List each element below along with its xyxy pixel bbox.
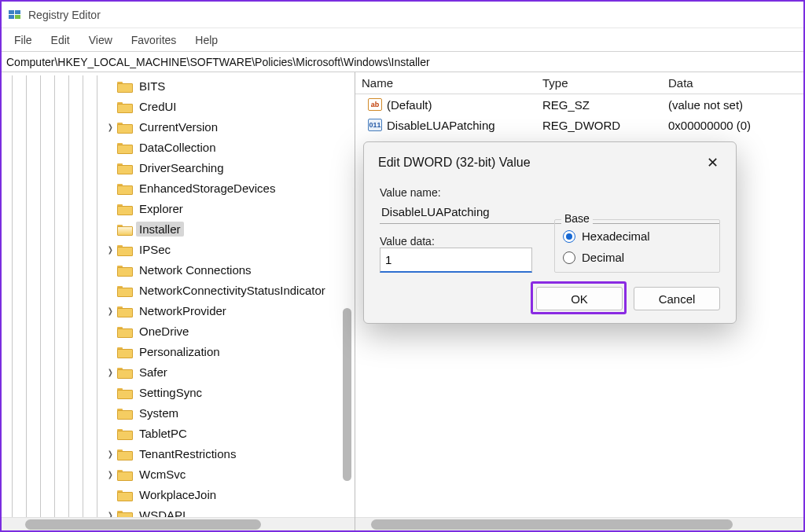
tree-node-credui[interactable]: CredUI (2, 96, 355, 116)
tree-node-tenantrestrictions[interactable]: ❯TenantRestrictions (2, 443, 355, 464)
expander-icon (105, 202, 116, 215)
expander-icon[interactable]: ❯ (105, 468, 116, 480)
tree-node-wsdapi[interactable]: ❯WSDAPI (2, 504, 355, 517)
tree-node-label: TabletPC (136, 426, 190, 441)
tree-node-system[interactable]: System (2, 402, 355, 423)
tree-vertical-scrollbar[interactable] (343, 308, 351, 481)
tree-node-enhancedstoragedevices[interactable]: EnhancedStorageDevices (2, 178, 355, 198)
tree-node-label: Personalization (136, 344, 223, 359)
expander-icon[interactable]: ❯ (105, 304, 116, 317)
expander-icon (105, 284, 116, 296)
app-icon (8, 8, 22, 22)
folder-icon (117, 182, 131, 193)
tree-node-personalization[interactable]: Personalization (2, 341, 355, 361)
tree-node-label: IPSec (136, 242, 174, 257)
string-value-icon: ab (368, 98, 382, 111)
folder-icon (117, 387, 131, 398)
tree-node-workplacejoin[interactable]: WorkplaceJoin (2, 484, 355, 504)
folder-icon (117, 366, 131, 377)
value-row[interactable]: 011DisableLUAPatchingREG_DWORD0x00000000… (355, 115, 803, 135)
expander-icon[interactable]: ❯ (105, 365, 116, 378)
value-name: DisableLUAPatching (387, 119, 495, 132)
expander-icon[interactable]: ❯ (105, 447, 116, 460)
tree-node-networkconnectivitystatusindicator[interactable]: NetworkConnectivityStatusIndicator (2, 280, 355, 300)
tree-horizontal-scrollbar[interactable] (2, 517, 355, 530)
col-data[interactable]: Data (662, 73, 803, 93)
tree-node-bits[interactable]: BITS (2, 75, 355, 96)
tree-node-onedrive[interactable]: OneDrive (2, 321, 355, 341)
tree-node-label: TenantRestrictions (136, 446, 239, 461)
folder-icon (117, 305, 131, 316)
registry-tree[interactable]: BITSCredUI❯CurrentVersionDataCollectionD… (2, 75, 355, 517)
tree-node-label: WcmSvc (136, 467, 189, 482)
radio-hex-indicator (563, 230, 575, 243)
tree-node-safer[interactable]: ❯Safer (2, 361, 355, 382)
expander-icon (105, 345, 116, 358)
address-bar[interactable]: Computer\HKEY_LOCAL_MACHINE\SOFTWARE\Pol… (2, 52, 803, 72)
tree-node-network-connections[interactable]: Network Connections (2, 259, 355, 280)
menu-file[interactable]: File (5, 31, 42, 50)
expander-icon[interactable]: ❯ (105, 120, 116, 133)
value-name-label: Value name: (380, 186, 720, 199)
tree-node-currentversion[interactable]: ❯CurrentVersion (2, 116, 355, 137)
expander-icon (105, 141, 116, 153)
ok-button[interactable]: OK (536, 287, 623, 310)
dword-value-icon: 011 (368, 119, 382, 131)
folder-icon (117, 427, 131, 438)
tree-node-driversearching[interactable]: DriverSearching (2, 157, 355, 178)
tree-node-label: DataCollection (136, 140, 219, 155)
expander-icon (105, 182, 116, 194)
tree-node-settingsync[interactable]: SettingSync (2, 382, 355, 402)
tree-node-networkprovider[interactable]: ❯NetworkProvider (2, 300, 355, 321)
expander-icon (105, 427, 116, 439)
folder-icon (117, 244, 131, 255)
cancel-button[interactable]: Cancel (634, 287, 720, 310)
tree-node-installer[interactable]: Installer (2, 218, 355, 239)
col-type[interactable]: Type (536, 73, 662, 93)
tree-node-datacollection[interactable]: DataCollection (2, 137, 355, 157)
menu-view[interactable]: View (79, 31, 122, 50)
folder-icon (117, 141, 131, 152)
dialog-close-button[interactable]: ✕ (700, 152, 725, 174)
svg-rect-0 (9, 10, 14, 14)
folder-icon (117, 407, 131, 418)
svg-rect-1 (15, 10, 20, 14)
expander-icon (105, 100, 116, 112)
value-data-label: Value data: (380, 235, 537, 248)
tree-node-label: System (136, 405, 182, 420)
value-data: 0x00000000 (0) (662, 117, 803, 134)
dialog-title: Edit DWORD (32-bit) Value (378, 156, 531, 170)
value-row[interactable]: ab(Default)REG_SZ(value not set) (355, 94, 803, 115)
menu-help[interactable]: Help (186, 31, 227, 50)
col-name[interactable]: Name (355, 73, 536, 93)
folder-icon (117, 121, 131, 132)
svg-rect-2 (9, 15, 14, 19)
tree-node-ipsec[interactable]: ❯IPSec (2, 239, 355, 259)
folder-icon (117, 203, 131, 214)
tree-node-tabletpc[interactable]: TabletPC (2, 423, 355, 443)
folder-icon (117, 223, 131, 234)
expander-icon[interactable]: ❯ (105, 508, 116, 517)
folder-icon (117, 325, 131, 336)
menu-favorites[interactable]: Favorites (122, 31, 186, 50)
expander-icon[interactable]: ❯ (105, 243, 116, 255)
values-horizontal-scrollbar[interactable] (355, 517, 803, 530)
value-data-input[interactable] (380, 248, 532, 273)
tree-node-label: DriverSearching (136, 160, 227, 175)
radio-decimal[interactable]: Decimal (563, 251, 711, 264)
folder-icon (117, 346, 131, 357)
folder-icon (117, 264, 131, 275)
value-name: (Default) (387, 98, 432, 112)
value-data: (value not set) (662, 97, 803, 113)
menu-edit[interactable]: Edit (42, 31, 79, 50)
expander-icon (105, 406, 116, 419)
tree-node-explorer[interactable]: Explorer (2, 198, 355, 218)
tree-node-label: OneDrive (136, 324, 192, 339)
radio-hexadecimal[interactable]: Hexadecimal (563, 229, 711, 243)
tree-node-label: Network Connections (136, 262, 255, 277)
radio-dec-label: Decimal (582, 251, 624, 264)
folder-icon (117, 284, 131, 295)
folder-icon (117, 162, 131, 173)
tree-node-wcmsvc[interactable]: ❯WcmSvc (2, 464, 355, 484)
expander-icon (105, 222, 116, 235)
